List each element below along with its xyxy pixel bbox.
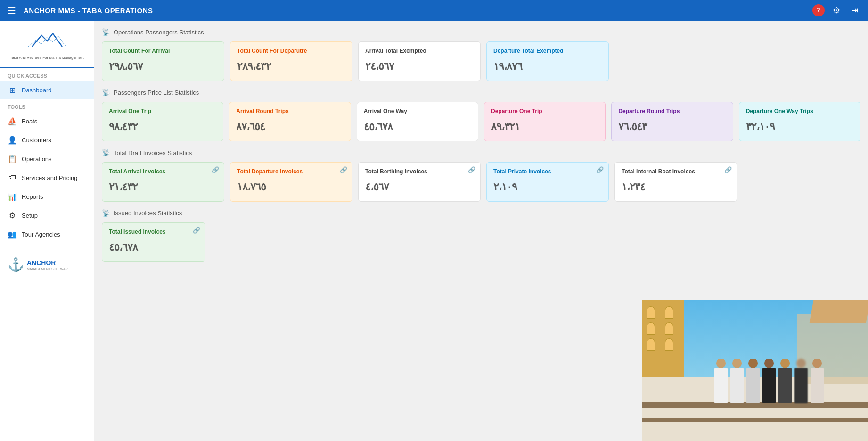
logo-subtitle: Taba And Red Sea For Marina Management bbox=[8, 56, 86, 60]
card-total-berthing-invoices[interactable]: Total Berthing Invoices 🔗 ٤،٥٦٧ bbox=[358, 162, 481, 202]
card-total-arrival[interactable]: Total Count For Arrival ٢٩٨،٥٦٧ bbox=[102, 41, 224, 81]
dashboard-icon: ⊞ bbox=[8, 85, 17, 95]
card-title: Total Issued Invoices bbox=[109, 229, 198, 235]
card-departure-one-way-trips[interactable]: Departure One Way Trips ٣٢،١٠٩ bbox=[739, 102, 860, 141]
card-value: ٨٧،٦٥٤ bbox=[236, 118, 344, 135]
card-total-arrival-invoices[interactable]: Total Arrival Invoices 🔗 ٢١،٤٣٢ bbox=[102, 162, 224, 202]
card-title: Total Arrival Invoices bbox=[109, 168, 217, 175]
card-value: ١،٢٣٤ bbox=[622, 179, 730, 196]
logo-svg bbox=[28, 28, 66, 52]
card-value: ٢٩٨،٥٦٧ bbox=[109, 58, 217, 75]
external-link-icon[interactable]: 🔗 bbox=[340, 166, 347, 173]
external-link-icon[interactable]: 🔗 bbox=[212, 166, 219, 173]
help-icon[interactable]: ? bbox=[812, 4, 825, 16]
card-title: Arrival Round Trips bbox=[236, 108, 344, 114]
brand-name: ANCHOR bbox=[27, 259, 56, 267]
card-arrival-one-way[interactable]: Arrival One Way ٤٥،٦٧٨ bbox=[357, 102, 478, 141]
card-title: Arrival One Trip bbox=[109, 108, 216, 114]
tools-label: Tools bbox=[0, 99, 94, 112]
card-value: ٤٥،٦٧٨ bbox=[364, 118, 471, 135]
card-arrival-round-trips[interactable]: Arrival Round Trips ٨٧،٦٥٤ bbox=[229, 102, 351, 141]
card-value: ٢٨٩،٤٣٢ bbox=[237, 58, 345, 75]
logout-icon[interactable]: ⇥ bbox=[848, 4, 860, 16]
card-value: ٢٤،٥٦٧ bbox=[365, 58, 474, 75]
external-link-icon[interactable]: 🔗 bbox=[724, 166, 732, 173]
card-title: Arrival Total Exempted bbox=[365, 48, 474, 54]
wifi-icon-3: 📡 bbox=[102, 149, 110, 156]
draft-invoices-header: 📡 Total Draft Invoices Statistics bbox=[102, 149, 860, 156]
external-link-icon[interactable]: 🔗 bbox=[193, 227, 200, 234]
card-total-departure[interactable]: Total Count For Deparutre ٢٨٩،٤٣٢ bbox=[230, 41, 352, 81]
boats-label: Boats bbox=[22, 118, 37, 125]
card-value: ٤،٥٦٧ bbox=[365, 179, 474, 196]
card-title: Departure Total Exempted bbox=[493, 48, 602, 54]
boats-icon: ⛵ bbox=[8, 116, 17, 126]
reports-icon: 📊 bbox=[8, 192, 17, 201]
tour-icon: 👥 bbox=[8, 229, 17, 239]
card-value: ٨٩،٣٢١ bbox=[491, 118, 598, 135]
sidebar-item-reports[interactable]: 📊 Reports bbox=[0, 187, 94, 206]
external-link-icon[interactable]: 🔗 bbox=[596, 166, 604, 173]
card-total-internal-boat-invoices[interactable]: Total Internal Boat Invoices 🔗 ١،٢٣٤ bbox=[614, 162, 737, 202]
card-title: Total Count For Arrival bbox=[109, 48, 217, 54]
sidebar-item-setup[interactable]: ⚙ Setup bbox=[0, 206, 94, 225]
sidebar: Taba And Red Sea For Marina Management Q… bbox=[0, 21, 94, 441]
passengers-stats-header: 📡 Operations Passengers Statistics bbox=[102, 28, 860, 36]
issued-invoices-cards: Total Issued Invoices 🔗 ٤٥،٦٧٨ bbox=[102, 222, 860, 262]
card-value: ١٨،٧٦٥ bbox=[237, 179, 345, 196]
setup-icon: ⚙ bbox=[8, 211, 17, 220]
card-title: Arrival One Way bbox=[364, 108, 471, 114]
card-value: ٧٦،٥٤٣ bbox=[618, 118, 726, 135]
services-icon: 🏷 bbox=[8, 173, 17, 182]
card-departure-one-trip[interactable]: Departure One Trip ٨٩،٣٢١ bbox=[484, 102, 606, 141]
reports-label: Reports bbox=[22, 193, 43, 200]
sidebar-item-customers[interactable]: 👤 Customers bbox=[0, 131, 94, 149]
card-departure-round-trips[interactable]: Departure Round Trips ٧٦،٥٤٣ bbox=[611, 102, 733, 141]
topbar-icons: ? ⚙ ⇥ bbox=[812, 4, 860, 16]
sidebar-item-services[interactable]: 🏷 Services and Pricing bbox=[0, 168, 94, 187]
dashboard-label: Dashboard bbox=[22, 87, 52, 94]
card-value: ٣٢،١٠٩ bbox=[746, 118, 853, 135]
sidebar-item-operations[interactable]: 📋 Operations bbox=[0, 149, 94, 168]
card-title: Total Private Invoices bbox=[493, 168, 602, 175]
card-title: Total Berthing Invoices bbox=[365, 168, 474, 175]
card-departure-exempted[interactable]: Departure Total Exempted ١٩،٨٧٦ bbox=[486, 41, 609, 81]
card-total-departure-invoices[interactable]: Total Departure Invoices 🔗 ١٨،٧٦٥ bbox=[230, 162, 352, 202]
card-value: ٩٨،٤٣٢ bbox=[109, 118, 216, 135]
sidebar-item-boats[interactable]: ⛵ Boats bbox=[0, 112, 94, 131]
card-arrival-one-trip[interactable]: Arrival One Trip ٩٨،٤٣٢ bbox=[102, 102, 223, 141]
draft-invoices-label: Total Draft Invoices Statistics bbox=[114, 149, 192, 156]
app-title: ANCHOR MMS - TABA OPERATIONS bbox=[24, 7, 812, 15]
setup-label: Setup bbox=[22, 212, 38, 219]
sidebar-item-tour-agencies[interactable]: 👥 Tour Agencies bbox=[0, 225, 94, 244]
external-link-icon[interactable]: 🔗 bbox=[468, 166, 475, 173]
wifi-icon-4: 📡 bbox=[102, 209, 110, 217]
card-total-private-invoices[interactable]: Total Private Invoices 🔗 ٢،١٠٩ bbox=[486, 162, 609, 202]
card-arrival-exempted[interactable]: Arrival Total Exempted ٢٤،٥٦٧ bbox=[358, 41, 481, 81]
card-title: Total Count For Deparutre bbox=[237, 48, 345, 54]
sidebar-logo: Taba And Red Sea For Marina Management bbox=[0, 21, 94, 68]
passengers-stats-cards: Total Count For Arrival ٢٩٨،٥٦٧ Total Co… bbox=[102, 41, 860, 81]
draft-invoices-cards: Total Arrival Invoices 🔗 ٢١،٤٣٢ Total De… bbox=[102, 162, 860, 202]
brand-sub: MANAGEMENT SOFTWARE bbox=[27, 267, 70, 270]
services-label: Services and Pricing bbox=[22, 174, 78, 181]
menu-icon[interactable]: ☰ bbox=[8, 5, 16, 16]
card-value: ١٩،٨٧٦ bbox=[493, 58, 602, 75]
operations-label: Operations bbox=[22, 155, 52, 163]
photo-overlay bbox=[642, 300, 868, 441]
sidebar-item-dashboard[interactable]: ⊞ Dashboard bbox=[0, 81, 94, 99]
customers-label: Customers bbox=[22, 137, 51, 144]
issued-invoices-label: Issued Invoices Statistics bbox=[114, 210, 182, 217]
quick-access-label: Quick Access bbox=[0, 68, 94, 81]
price-list-stats-header: 📡 Passengers Price List Statistics bbox=[102, 89, 860, 96]
passengers-stats-label: Operations Passengers Statistics bbox=[114, 29, 204, 36]
card-total-issued-invoices[interactable]: Total Issued Invoices 🔗 ٤٥،٦٧٨ bbox=[102, 222, 205, 262]
card-value: ٢١،٤٣٢ bbox=[109, 179, 217, 196]
settings-icon[interactable]: ⚙ bbox=[830, 4, 843, 16]
card-title: Total Internal Boat Invoices bbox=[622, 168, 730, 175]
main-layout: Taba And Red Sea For Marina Management Q… bbox=[0, 21, 868, 441]
card-title: Departure One Trip bbox=[491, 108, 598, 114]
card-title: Departure One Way Trips bbox=[746, 108, 853, 114]
sidebar-bottom-brand: ⚓ ANCHOR MANAGEMENT SOFTWARE bbox=[0, 251, 94, 278]
card-title: Total Departure Invoices bbox=[237, 168, 345, 175]
